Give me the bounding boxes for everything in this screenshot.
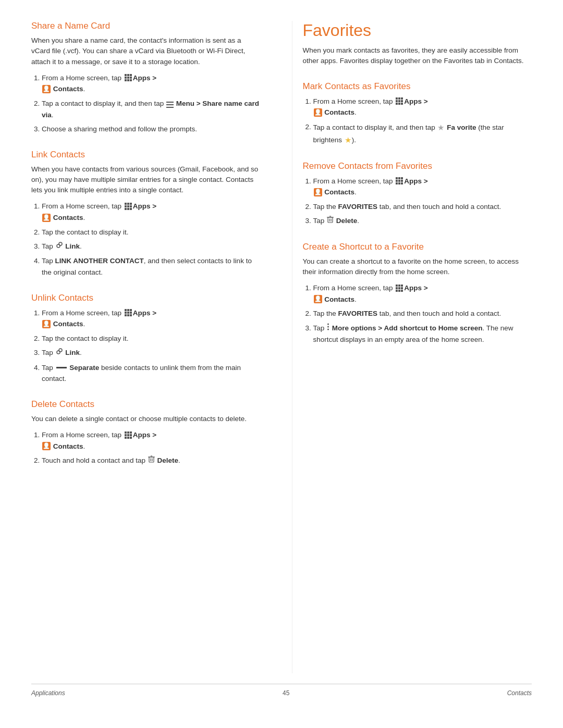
svg-rect-63 bbox=[401, 180, 403, 182]
section-share-name-card: Share a Name Card When you share a name … bbox=[31, 21, 261, 135]
list-item: Tap the contact to display it. bbox=[42, 333, 261, 344]
delete-contacts-steps: From a Home screen, tap Apps > Contacts.… bbox=[31, 429, 261, 466]
svg-rect-30 bbox=[125, 314, 127, 316]
svg-rect-43 bbox=[130, 437, 132, 439]
svg-rect-67 bbox=[328, 217, 333, 223]
svg-rect-15 bbox=[125, 205, 127, 207]
favorite-label: Fa vorite bbox=[447, 123, 476, 131]
svg-rect-58 bbox=[396, 177, 398, 179]
section-link-contacts: Link Contacts When you have contacts fro… bbox=[31, 150, 261, 278]
favorites-tab-label: FAVORITES bbox=[338, 310, 378, 317]
svg-rect-60 bbox=[401, 177, 403, 179]
create-shortcut-steps: From a Home screen, tap Apps > Contacts.… bbox=[303, 282, 532, 346]
list-item: Tap LINK ANOTHER CONTACT, and then selec… bbox=[42, 255, 261, 278]
svg-rect-36 bbox=[127, 431, 129, 434]
svg-rect-10 bbox=[166, 104, 174, 105]
svg-rect-0 bbox=[125, 74, 127, 76]
svg-point-34 bbox=[59, 349, 62, 352]
link-another-label: LINK ANOTHER CONTACT bbox=[55, 257, 144, 265]
svg-rect-39 bbox=[127, 434, 129, 436]
svg-rect-59 bbox=[398, 177, 400, 179]
svg-rect-16 bbox=[127, 205, 129, 207]
svg-rect-53 bbox=[398, 100, 400, 102]
svg-rect-6 bbox=[125, 79, 127, 81]
link-label: Link bbox=[65, 349, 80, 356]
svg-rect-2 bbox=[130, 74, 132, 76]
apps-icon bbox=[395, 97, 403, 105]
link-contacts-desc: When you have contacts from various sour… bbox=[31, 164, 261, 196]
apps-label: Apps > bbox=[404, 177, 427, 185]
section-remove-favorites: Remove Contacts from Favorites From a Ho… bbox=[303, 161, 532, 227]
svg-rect-37 bbox=[130, 431, 132, 434]
create-shortcut-title: Create a Shortcut to a Favorite bbox=[303, 242, 532, 252]
contacts-label: Contacts bbox=[53, 85, 83, 93]
list-item: Tap More options > Add shortcut to Home … bbox=[313, 323, 532, 346]
list-item: Tap the FAVORITES tab, and then touch an… bbox=[313, 308, 532, 319]
create-shortcut-desc: You can create a shortcut to a favorite … bbox=[303, 256, 532, 278]
svg-rect-1 bbox=[127, 74, 129, 76]
remove-favorites-steps: From a Home screen, tap Apps > Contacts.… bbox=[303, 176, 532, 227]
section-delete-contacts: Delete Contacts You can delete a single … bbox=[31, 399, 261, 467]
share-name-card-desc: When you share a name card, the contact'… bbox=[31, 35, 261, 67]
svg-rect-18 bbox=[125, 208, 127, 210]
svg-point-81 bbox=[327, 323, 329, 325]
list-item: Choose a sharing method and follow the p… bbox=[42, 124, 261, 135]
list-item: Tap a contact to display it, and then ta… bbox=[42, 98, 261, 120]
svg-rect-72 bbox=[396, 285, 398, 287]
svg-rect-32 bbox=[130, 314, 132, 316]
apps-label: Apps > bbox=[133, 74, 156, 82]
svg-rect-61 bbox=[396, 180, 398, 182]
more-options-icon bbox=[327, 323, 329, 334]
apps-icon bbox=[395, 284, 403, 292]
more-options-label: More options > Add shortcut to Home scre… bbox=[332, 324, 483, 332]
apps-icon bbox=[395, 177, 403, 185]
svg-rect-79 bbox=[398, 290, 400, 292]
footer-left: Applications bbox=[31, 689, 65, 697]
svg-point-82 bbox=[327, 326, 329, 327]
delete-label: Delete bbox=[336, 217, 358, 225]
trash-icon bbox=[148, 455, 155, 466]
star-outline-icon: ★ bbox=[437, 121, 444, 134]
svg-rect-31 bbox=[127, 314, 129, 316]
svg-rect-75 bbox=[396, 287, 398, 289]
svg-rect-55 bbox=[396, 103, 398, 105]
contacts-icon bbox=[42, 442, 51, 450]
svg-rect-17 bbox=[130, 205, 132, 207]
svg-rect-19 bbox=[127, 208, 129, 210]
contacts-label: Contacts bbox=[53, 214, 83, 221]
apps-label: Apps > bbox=[404, 97, 427, 105]
delete-contacts-title: Delete Contacts bbox=[31, 399, 261, 410]
svg-rect-41 bbox=[125, 437, 127, 439]
svg-rect-3 bbox=[125, 77, 127, 79]
link-contacts-steps: From a Home screen, tap Apps > Contacts.… bbox=[31, 201, 261, 278]
list-item: Tap Link. bbox=[42, 347, 261, 359]
footer-center: 45 bbox=[283, 689, 289, 697]
list-item: From a Home screen, tap Apps > Contacts. bbox=[42, 201, 261, 223]
delete-contacts-desc: You can delete a single contact or choos… bbox=[31, 414, 261, 424]
svg-rect-9 bbox=[166, 102, 174, 103]
left-column: Share a Name Card When you share a name … bbox=[31, 21, 271, 673]
apps-label: Apps > bbox=[133, 202, 156, 210]
svg-rect-20 bbox=[130, 208, 132, 210]
apps-label: Apps > bbox=[133, 431, 156, 439]
trash-icon bbox=[327, 215, 334, 227]
separate-label: Separate bbox=[69, 364, 99, 372]
section-mark-favorites: Mark Contacts as Favorites From a Home s… bbox=[303, 81, 532, 146]
contacts-label: Contacts bbox=[53, 320, 83, 328]
svg-rect-44 bbox=[149, 457, 154, 462]
svg-rect-35 bbox=[125, 431, 127, 434]
svg-rect-38 bbox=[125, 434, 127, 436]
link-contacts-title: Link Contacts bbox=[31, 150, 261, 160]
svg-rect-80 bbox=[401, 290, 403, 292]
apps-icon bbox=[124, 309, 132, 317]
section-unlink-contacts: Unlink Contacts From a Home screen, tap … bbox=[31, 293, 261, 385]
contacts-icon bbox=[42, 320, 51, 328]
contacts-label: Contacts bbox=[324, 295, 354, 303]
share-name-card-title: Share a Name Card bbox=[31, 21, 261, 31]
separate-icon bbox=[56, 367, 67, 368]
svg-rect-14 bbox=[130, 203, 132, 205]
svg-rect-64 bbox=[396, 182, 398, 184]
svg-rect-5 bbox=[130, 77, 132, 79]
svg-rect-26 bbox=[130, 309, 132, 311]
svg-rect-74 bbox=[401, 285, 403, 287]
